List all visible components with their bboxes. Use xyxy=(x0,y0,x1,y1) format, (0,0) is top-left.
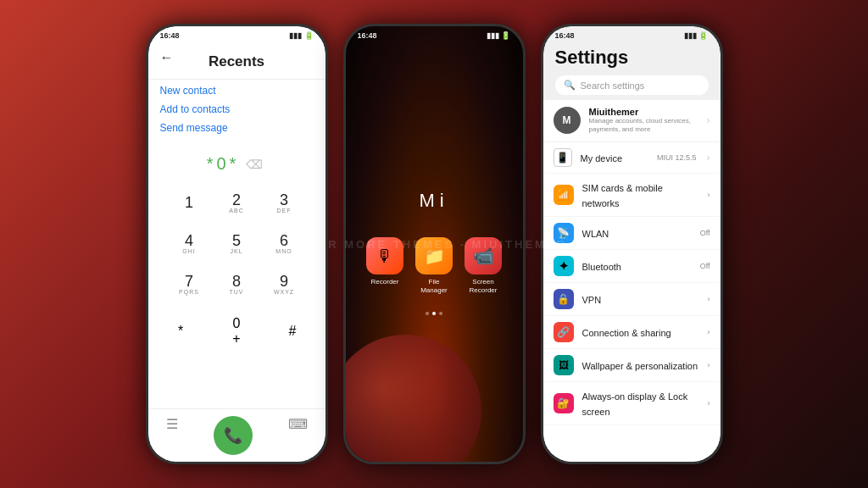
dot-2-active xyxy=(432,312,436,315)
recents-title: Recents xyxy=(160,53,314,70)
connection-chevron: › xyxy=(708,328,710,336)
status-bar-2: 16:48 ▮▮▮ 🔋 xyxy=(346,26,523,43)
app-screen-recorder[interactable]: 📹 ScreenRecorder xyxy=(465,237,502,294)
sim-label: SIM cards & mobile networks xyxy=(582,183,663,208)
menu-icon[interactable]: ☰ xyxy=(166,416,178,455)
settings-header: Settings 🔍 Search settings xyxy=(543,43,721,100)
planet-decoration xyxy=(346,335,481,462)
bottom-nav-1: ☰ 📞 ⌨ xyxy=(148,408,326,462)
time-2: 16:48 xyxy=(358,31,377,40)
wallpaper-label: Wallpaper & personalization xyxy=(582,361,698,371)
dialpad-icon[interactable]: ⌨ xyxy=(288,416,308,455)
bluetooth-icon: ✦ xyxy=(554,256,574,276)
dial-key-2[interactable]: 2 ABC xyxy=(214,184,259,221)
aod-label: Always-on display & Lock screen xyxy=(582,391,688,417)
recorder-label: Recorder xyxy=(371,278,399,286)
my-device-chevron: › xyxy=(707,152,710,164)
wlan-item[interactable]: 📡 WLAN Off xyxy=(543,217,721,250)
dial-star[interactable]: * xyxy=(159,313,203,350)
status-bar-3: 16:48 ▮▮▮ 🔋 xyxy=(543,26,721,43)
files-icon: 📁 xyxy=(415,237,453,274)
sim-cards-item[interactable]: 📶 SIM cards & mobile networks › xyxy=(543,174,721,217)
dial-key-4[interactable]: 4 GHI xyxy=(167,225,211,262)
status-icons-2: ▮▮▮ 🔋 xyxy=(487,31,511,40)
recents-links: New contact Add to contacts Send message xyxy=(148,80,326,146)
bluetooth-label: Bluetooth xyxy=(582,262,621,272)
vpn-label: VPN xyxy=(582,295,602,305)
profile-chevron: › xyxy=(707,114,710,126)
status-icons-1: ▮▮▮ 🔋 xyxy=(289,31,314,40)
dial-key-3[interactable]: 3 DEF xyxy=(262,184,306,221)
new-contact-link[interactable]: New contact xyxy=(160,85,314,97)
connection-info: Connection & sharing xyxy=(582,324,699,340)
home-apps: 🎙 Recorder 📁 FileManager 📹 ScreenRecorde… xyxy=(366,237,502,294)
app-files[interactable]: 📁 FileManager xyxy=(415,237,453,294)
wallpaper-item[interactable]: 🖼 Wallpaper & personalization › xyxy=(543,349,721,382)
sim-chevron: › xyxy=(708,191,710,199)
profile-name: Miuithemer xyxy=(589,107,698,117)
mi-text: Mi xyxy=(419,190,448,212)
my-device-icon: 📱 xyxy=(554,148,572,167)
wlan-icon: 📡 xyxy=(554,223,574,243)
app-recorder[interactable]: 🎙 Recorder xyxy=(366,237,403,294)
vpn-icon: 🔒 xyxy=(554,289,574,309)
my-device-label-wrap: My device xyxy=(581,150,648,165)
dial-key-5[interactable]: 5 JKL xyxy=(214,225,259,262)
time-3: 16:48 xyxy=(555,31,575,40)
dial-key-7[interactable]: 7 PQRS xyxy=(167,265,211,302)
connection-icon: 🔗 xyxy=(554,322,574,342)
dial-display: *0* ⌫ xyxy=(207,154,267,174)
vpn-chevron: › xyxy=(708,295,710,303)
dot-3 xyxy=(439,312,442,315)
wallpaper-chevron: › xyxy=(708,361,710,369)
bluetooth-info: Bluetooth xyxy=(582,258,692,274)
aod-info: Always-on display & Lock screen xyxy=(582,388,699,419)
send-message-link[interactable]: Send message xyxy=(160,122,314,134)
my-device-label: My device xyxy=(581,153,623,164)
connection-label: Connection & sharing xyxy=(582,328,671,338)
profile-sub: Manage accounts, cloud services,payments… xyxy=(589,117,698,135)
phone-3: 16:48 ▮▮▮ 🔋 Settings 🔍 Search settings M… xyxy=(541,24,723,464)
connection-sharing-item[interactable]: 🔗 Connection & sharing › xyxy=(543,316,721,349)
settings-profile-item[interactable]: M Miuithemer Manage accounts, cloud serv… xyxy=(543,100,721,142)
dial-key-1[interactable]: 1 xyxy=(167,184,211,221)
status-bar-1: 16:48 ▮▮▮ 🔋 xyxy=(148,26,326,43)
dial-key-9[interactable]: 9 WXYZ xyxy=(262,265,306,302)
aod-chevron: › xyxy=(708,399,710,408)
dialpad-area: *0* ⌫ 1 2 ABC 3 DEF 4 GHI xyxy=(148,146,326,408)
profile-avatar: M xyxy=(554,107,581,134)
dial-hash[interactable]: # xyxy=(270,313,314,350)
screen-rec-label: ScreenRecorder xyxy=(470,278,498,294)
aod-item[interactable]: 🔐 Always-on display & Lock screen › xyxy=(543,382,721,425)
dial-grid: 1 2 ABC 3 DEF 4 GHI 5 JKL xyxy=(167,184,306,302)
my-device-item[interactable]: 📱 My device MIUI 12.5.5 › xyxy=(543,142,721,174)
time-1: 16:48 xyxy=(160,31,180,40)
profile-info: Miuithemer Manage accounts, cloud servic… xyxy=(589,107,698,135)
backspace-icon[interactable]: ⌫ xyxy=(246,158,266,171)
call-button[interactable]: 📞 xyxy=(214,416,253,455)
my-device-version: MIUI 12.5.5 xyxy=(657,153,697,162)
aod-icon: 🔐 xyxy=(554,393,574,413)
add-to-contacts-link[interactable]: Add to contacts xyxy=(160,103,314,115)
bluetooth-item[interactable]: ✦ Bluetooth Off xyxy=(543,250,721,283)
dot-1 xyxy=(426,312,429,315)
wlan-status: Off xyxy=(700,229,710,237)
wallpaper-icon: 🖼 xyxy=(554,355,574,375)
wlan-label: WLAN xyxy=(582,229,609,239)
wallpaper-info: Wallpaper & personalization xyxy=(582,358,699,373)
vpn-item[interactable]: 🔒 VPN › xyxy=(543,283,721,316)
dial-zero[interactable]: 0 + xyxy=(214,313,259,350)
home-content: Mi 🎙 Recorder 📁 FileManager 📹 ScreenReco… xyxy=(346,43,523,462)
page-dots xyxy=(426,312,442,315)
bluetooth-status: Off xyxy=(700,262,710,270)
dial-key-6[interactable]: 6 MNO xyxy=(262,225,306,262)
phone-1: 16:48 ▮▮▮ 🔋 ← Recents New contact Add to… xyxy=(146,24,328,464)
dial-bottom-row: * 0 + # xyxy=(159,313,314,350)
recents-header: ← Recents xyxy=(148,43,326,80)
dial-key-8[interactable]: 8 TUV xyxy=(214,265,259,302)
sim-cards-icon: 📶 xyxy=(554,185,574,205)
screen-rec-icon: 📹 xyxy=(465,237,502,274)
status-icons-3: ▮▮▮ 🔋 xyxy=(684,31,709,40)
settings-search-bar[interactable]: 🔍 Search settings xyxy=(555,75,709,95)
files-label: FileManager xyxy=(420,278,448,294)
